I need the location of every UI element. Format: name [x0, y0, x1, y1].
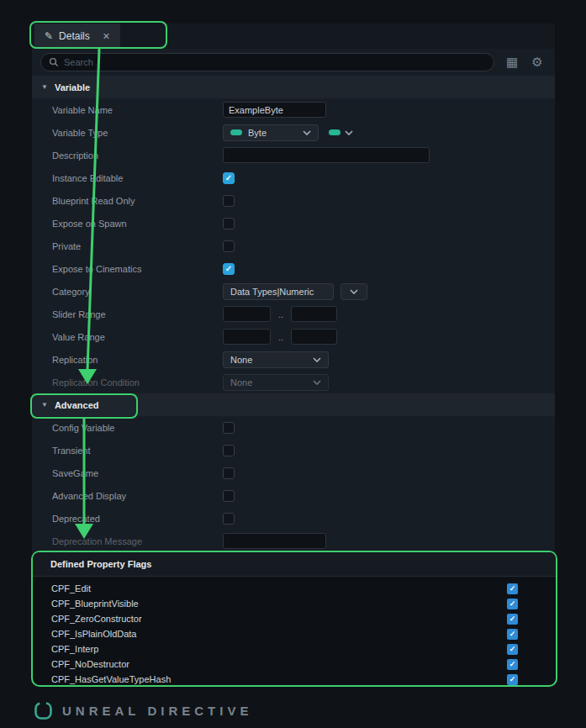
- blueprint-read-only-checkbox[interactable]: [223, 195, 235, 207]
- edit-pen-icon: ✎: [45, 30, 53, 42]
- row-slider-range: Slider Range ..: [32, 303, 555, 325]
- row-expose-on-spawn: Expose on Spawn: [32, 212, 555, 235]
- row-transient: Transient: [32, 439, 555, 462]
- row-blueprint-read-only: Blueprint Read Only: [32, 189, 555, 212]
- advanced-display-checkbox[interactable]: [223, 490, 235, 502]
- unreal-directive-logo-icon: [34, 701, 53, 720]
- transient-checkbox[interactable]: [223, 445, 235, 456]
- slider-range-label: Slider Range: [52, 309, 223, 319]
- flag-label: CPF_Edit: [51, 583, 91, 593]
- slider-range-max-input[interactable]: [291, 306, 337, 322]
- expose-on-spawn-label: Expose on Spawn: [52, 219, 223, 229]
- variable-type-dropdown[interactable]: Byte: [223, 124, 319, 141]
- flag-row: CPF_BlueprintVisible: [33, 596, 556, 611]
- transient-label: Transient: [52, 446, 223, 456]
- replication-dropdown[interactable]: None: [223, 351, 329, 368]
- flag-checkbox[interactable]: [507, 644, 518, 655]
- flag-label: CPF_HasGetValueTypeHash: [51, 674, 171, 684]
- flag-row: CPF_HasGetValueTypeHash: [33, 672, 556, 687]
- row-config-variable: Config Variable: [32, 416, 555, 439]
- replication-condition-dropdown[interactable]: None: [223, 374, 329, 391]
- details-tab[interactable]: ✎ Details ✕: [34, 24, 120, 49]
- flag-row: CPF_ZeroConstructor: [33, 611, 556, 626]
- value-range-min-input[interactable]: [223, 329, 271, 345]
- config-variable-label: Config Variable: [52, 423, 223, 433]
- chevron-down-icon: [303, 130, 311, 135]
- row-savegame: SaveGame: [32, 462, 555, 484]
- slider-range-min-input[interactable]: [223, 306, 271, 322]
- chevron-down-icon: [345, 130, 353, 135]
- flags-panel-title: Defined Property Flags: [33, 552, 556, 577]
- byte-type-pill-icon: [230, 129, 242, 135]
- search-box[interactable]: [40, 53, 494, 71]
- replication-value: None: [230, 355, 252, 365]
- category-combobox[interactable]: Data Types|Numeric: [223, 283, 334, 300]
- row-category: Category Data Types|Numeric: [32, 280, 555, 303]
- section-title: Variable: [55, 82, 90, 92]
- deprecated-checkbox[interactable]: [223, 513, 235, 525]
- search-input[interactable]: [64, 57, 486, 67]
- row-variable-type: Variable Type Byte: [32, 121, 555, 144]
- expose-to-cinematics-label: Expose to Cinematics: [52, 264, 223, 274]
- collapse-arrow-icon: ▼: [41, 83, 48, 91]
- property-matrix-icon[interactable]: ▦: [504, 55, 520, 70]
- search-icon: [49, 57, 59, 67]
- tab-strip: ✎ Details ✕: [32, 24, 555, 49]
- row-value-range: Value Range ..: [32, 325, 555, 348]
- expose-to-cinematics-checkbox[interactable]: [223, 263, 235, 275]
- flag-checkbox[interactable]: [507, 674, 518, 685]
- config-variable-checkbox[interactable]: [223, 422, 235, 434]
- flag-label: CPF_Interp: [51, 644, 98, 654]
- chevron-down-icon: [313, 357, 321, 362]
- section-header-advanced[interactable]: ▼ Advanced: [32, 393, 555, 416]
- replication-condition-value: None: [230, 377, 252, 388]
- variable-type-value: Byte: [248, 128, 267, 138]
- variable-name-label: Variable Name: [52, 105, 223, 115]
- flag-checkbox[interactable]: [507, 599, 518, 609]
- flag-label: CPF_ZeroConstructor: [51, 614, 142, 624]
- flag-label: CPF_IsPlainOldData: [51, 629, 137, 639]
- variable-name-input[interactable]: [223, 102, 326, 118]
- private-label: Private: [52, 241, 223, 251]
- category-value: Data Types|Numeric: [230, 287, 314, 297]
- settings-gear-icon[interactable]: ⚙: [530, 55, 545, 70]
- replication-condition-label: Replication Condition: [52, 377, 223, 388]
- flag-label: CPF_NoDestructor: [51, 659, 129, 669]
- container-type-dropdown[interactable]: [329, 129, 353, 135]
- row-replication-condition: Replication Condition None: [32, 371, 555, 393]
- deprecated-label: Deprecated: [52, 514, 223, 524]
- section-header-variable[interactable]: ▼ Variable: [32, 76, 555, 98]
- variable-type-label: Variable Type: [52, 128, 223, 138]
- row-replication: Replication None: [32, 348, 555, 371]
- row-private: Private: [32, 235, 555, 257]
- expose-on-spawn-checkbox[interactable]: [223, 218, 235, 229]
- flag-checkbox[interactable]: [507, 614, 518, 625]
- deprecation-message-input[interactable]: [223, 533, 326, 549]
- flag-label: CPF_BlueprintVisible: [51, 599, 139, 609]
- flag-row: CPF_IsPlainOldData: [33, 626, 556, 641]
- brand-wordmark: UNREAL DIRECTIVE: [62, 704, 252, 718]
- value-range-max-input[interactable]: [291, 329, 337, 345]
- savegame-checkbox[interactable]: [223, 467, 235, 479]
- flag-checkbox[interactable]: [507, 583, 518, 594]
- description-input[interactable]: [223, 147, 430, 163]
- instance-editable-checkbox[interactable]: [223, 172, 235, 184]
- flag-checkbox[interactable]: [507, 659, 518, 670]
- row-description: Description: [32, 144, 555, 166]
- flag-checkbox[interactable]: [507, 629, 518, 640]
- footer: UNREAL DIRECTIVE: [34, 701, 252, 720]
- savegame-label: SaveGame: [52, 468, 223, 478]
- row-deprecated: Deprecated: [32, 507, 555, 530]
- page: ✎ Details ✕ ▦ ⚙ ▼ Variable Variable Name: [0, 0, 586, 728]
- advanced-display-label: Advanced Display: [52, 491, 223, 501]
- replication-label: Replication: [52, 355, 223, 365]
- deprecation-message-label: Deprecation Message: [52, 536, 223, 546]
- flag-row: CPF_Edit: [33, 581, 556, 596]
- range-separator: ..: [278, 332, 283, 342]
- close-tab-icon[interactable]: ✕: [103, 31, 110, 42]
- category-dropdown-button[interactable]: [341, 283, 367, 300]
- row-advanced-display: Advanced Display: [32, 484, 555, 507]
- chevron-down-icon: [313, 380, 321, 385]
- private-checkbox[interactable]: [223, 240, 235, 252]
- range-separator: ..: [278, 309, 283, 319]
